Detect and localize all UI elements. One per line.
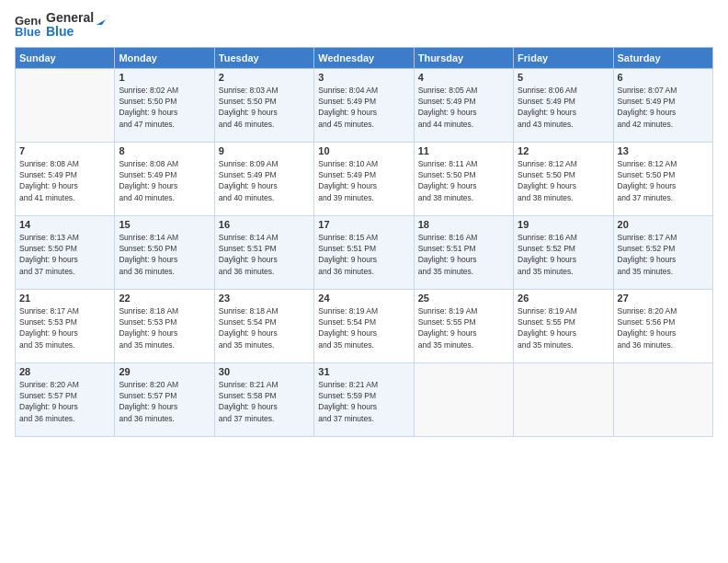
day-info: Sunrise: 8:19 AMSunset: 5:55 PMDaylight:… <box>418 305 509 350</box>
day-info: Sunrise: 8:20 AMSunset: 5:56 PMDaylight:… <box>618 305 709 350</box>
day-number: 11 <box>418 145 509 156</box>
day-number: 29 <box>119 366 210 377</box>
day-cell: 5Sunrise: 8:06 AMSunset: 5:49 PMDaylight… <box>514 68 613 142</box>
day-info: Sunrise: 8:21 AMSunset: 5:58 PMDaylight:… <box>219 379 310 424</box>
day-number: 5 <box>518 72 609 83</box>
day-cell: 21Sunrise: 8:17 AMSunset: 5:53 PMDayligh… <box>16 289 115 362</box>
col-header-sunday: Sunday <box>16 47 115 68</box>
day-number: 26 <box>518 293 609 304</box>
day-info: Sunrise: 8:19 AMSunset: 5:54 PMDaylight:… <box>318 305 409 350</box>
day-number: 17 <box>318 219 409 230</box>
day-number: 10 <box>318 145 409 156</box>
day-number: 1 <box>119 72 210 83</box>
col-header-wednesday: Wednesday <box>314 47 414 68</box>
day-number: 14 <box>19 219 110 230</box>
day-cell: 23Sunrise: 8:18 AMSunset: 5:54 PMDayligh… <box>214 289 313 362</box>
day-info: Sunrise: 8:12 AMSunset: 5:50 PMDaylight:… <box>518 158 609 203</box>
day-info: Sunrise: 8:11 AMSunset: 5:50 PMDaylight:… <box>418 158 509 203</box>
day-info: Sunrise: 8:16 AMSunset: 5:51 PMDaylight:… <box>418 232 509 277</box>
day-cell: 14Sunrise: 8:13 AMSunset: 5:50 PMDayligh… <box>16 215 115 289</box>
logo-arrow-icon <box>95 14 108 27</box>
day-cell <box>613 362 712 436</box>
col-header-saturday: Saturday <box>613 47 712 68</box>
day-info: Sunrise: 8:17 AMSunset: 5:52 PMDaylight:… <box>618 232 709 277</box>
day-cell: 18Sunrise: 8:16 AMSunset: 5:51 PMDayligh… <box>414 215 513 289</box>
day-info: Sunrise: 8:18 AMSunset: 5:53 PMDaylight:… <box>119 305 210 350</box>
day-number: 18 <box>418 219 509 230</box>
day-cell: 29Sunrise: 8:20 AMSunset: 5:57 PMDayligh… <box>115 362 214 436</box>
svg-marker-3 <box>97 19 106 25</box>
col-header-friday: Friday <box>514 47 613 68</box>
week-row-2: 14Sunrise: 8:13 AMSunset: 5:50 PMDayligh… <box>16 215 713 289</box>
day-cell: 28Sunrise: 8:20 AMSunset: 5:57 PMDayligh… <box>16 362 115 436</box>
day-info: Sunrise: 8:08 AMSunset: 5:49 PMDaylight:… <box>19 158 110 203</box>
logo: General Blue General Blue <box>15 11 108 40</box>
col-header-thursday: Thursday <box>414 47 513 68</box>
day-number: 4 <box>418 72 509 83</box>
day-cell: 7Sunrise: 8:08 AMSunset: 5:49 PMDaylight… <box>16 142 115 215</box>
day-number: 12 <box>518 145 609 156</box>
day-number: 3 <box>318 72 409 83</box>
day-info: Sunrise: 8:21 AMSunset: 5:59 PMDaylight:… <box>318 379 409 424</box>
day-info: Sunrise: 8:20 AMSunset: 5:57 PMDaylight:… <box>119 379 210 424</box>
day-cell: 19Sunrise: 8:16 AMSunset: 5:52 PMDayligh… <box>514 215 613 289</box>
day-info: Sunrise: 8:03 AMSunset: 5:50 PMDaylight:… <box>219 85 310 130</box>
day-cell: 6Sunrise: 8:07 AMSunset: 5:49 PMDaylight… <box>613 68 712 142</box>
day-cell <box>514 362 613 436</box>
day-info: Sunrise: 8:05 AMSunset: 5:49 PMDaylight:… <box>418 85 509 130</box>
day-cell: 16Sunrise: 8:14 AMSunset: 5:51 PMDayligh… <box>214 215 313 289</box>
day-cell: 8Sunrise: 8:08 AMSunset: 5:49 PMDaylight… <box>115 142 214 215</box>
day-info: Sunrise: 8:09 AMSunset: 5:49 PMDaylight:… <box>219 158 310 203</box>
day-info: Sunrise: 8:10 AMSunset: 5:49 PMDaylight:… <box>318 158 409 203</box>
col-header-monday: Monday <box>115 47 214 68</box>
day-number: 25 <box>418 293 509 304</box>
day-number: 2 <box>219 72 310 83</box>
day-cell: 9Sunrise: 8:09 AMSunset: 5:49 PMDaylight… <box>214 142 313 215</box>
day-cell: 13Sunrise: 8:12 AMSunset: 5:50 PMDayligh… <box>613 142 712 215</box>
week-row-1: 7Sunrise: 8:08 AMSunset: 5:49 PMDaylight… <box>16 142 713 215</box>
day-info: Sunrise: 8:19 AMSunset: 5:55 PMDaylight:… <box>518 305 609 350</box>
day-number: 28 <box>19 366 110 377</box>
day-number: 30 <box>219 366 310 377</box>
calendar-table: SundayMondayTuesdayWednesdayThursdayFrid… <box>15 47 713 437</box>
day-info: Sunrise: 8:12 AMSunset: 5:50 PMDaylight:… <box>618 158 709 203</box>
day-cell: 15Sunrise: 8:14 AMSunset: 5:50 PMDayligh… <box>115 215 214 289</box>
day-info: Sunrise: 8:20 AMSunset: 5:57 PMDaylight:… <box>19 379 110 424</box>
day-number: 21 <box>19 293 110 304</box>
day-info: Sunrise: 8:18 AMSunset: 5:54 PMDaylight:… <box>219 305 310 350</box>
day-cell: 1Sunrise: 8:02 AMSunset: 5:50 PMDaylight… <box>115 68 214 142</box>
day-number: 31 <box>318 366 409 377</box>
day-cell <box>414 362 513 436</box>
day-info: Sunrise: 8:07 AMSunset: 5:49 PMDaylight:… <box>618 85 709 130</box>
day-cell: 24Sunrise: 8:19 AMSunset: 5:54 PMDayligh… <box>314 289 414 362</box>
day-info: Sunrise: 8:15 AMSunset: 5:51 PMDaylight:… <box>318 232 409 277</box>
header: General Blue General Blue <box>15 11 713 40</box>
day-cell: 30Sunrise: 8:21 AMSunset: 5:58 PMDayligh… <box>214 362 313 436</box>
day-number: 19 <box>518 219 609 230</box>
day-cell: 4Sunrise: 8:05 AMSunset: 5:49 PMDaylight… <box>414 68 513 142</box>
calendar-page: General Blue General Blue SundayMondayTu… <box>0 0 728 563</box>
day-info: Sunrise: 8:02 AMSunset: 5:50 PMDaylight:… <box>119 85 210 130</box>
day-info: Sunrise: 8:06 AMSunset: 5:49 PMDaylight:… <box>518 85 609 130</box>
header-row: SundayMondayTuesdayWednesdayThursdayFrid… <box>16 47 713 68</box>
day-cell <box>16 68 115 142</box>
day-number: 20 <box>618 219 709 230</box>
day-number: 23 <box>219 293 310 304</box>
day-cell: 20Sunrise: 8:17 AMSunset: 5:52 PMDayligh… <box>613 215 712 289</box>
day-info: Sunrise: 8:14 AMSunset: 5:50 PMDaylight:… <box>119 232 210 277</box>
day-number: 15 <box>119 219 210 230</box>
day-info: Sunrise: 8:14 AMSunset: 5:51 PMDaylight:… <box>219 232 310 277</box>
day-info: Sunrise: 8:08 AMSunset: 5:49 PMDaylight:… <box>119 158 210 203</box>
day-number: 13 <box>618 145 709 156</box>
day-info: Sunrise: 8:04 AMSunset: 5:49 PMDaylight:… <box>318 85 409 130</box>
day-number: 8 <box>119 145 210 156</box>
day-info: Sunrise: 8:17 AMSunset: 5:53 PMDaylight:… <box>19 305 110 350</box>
day-number: 7 <box>19 145 110 156</box>
day-cell: 22Sunrise: 8:18 AMSunset: 5:53 PMDayligh… <box>115 289 214 362</box>
week-row-3: 21Sunrise: 8:17 AMSunset: 5:53 PMDayligh… <box>16 289 713 362</box>
day-info: Sunrise: 8:13 AMSunset: 5:50 PMDaylight:… <box>19 232 110 277</box>
col-header-tuesday: Tuesday <box>214 47 313 68</box>
day-number: 9 <box>219 145 310 156</box>
day-cell: 25Sunrise: 8:19 AMSunset: 5:55 PMDayligh… <box>414 289 513 362</box>
day-info: Sunrise: 8:16 AMSunset: 5:52 PMDaylight:… <box>518 232 609 277</box>
